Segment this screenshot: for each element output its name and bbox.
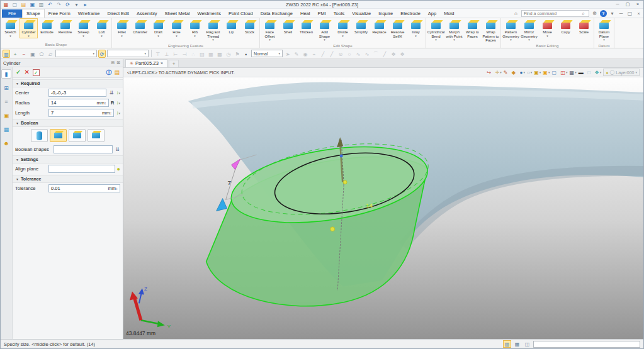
circle-icon[interactable]: ○: [346, 50, 353, 58]
ribbon-fillet[interactable]: Fillet▾: [113, 18, 131, 38]
pick-filter-icon[interactable]: ▥: [3, 50, 10, 58]
align-top-icon[interactable]: ⊤: [154, 50, 162, 58]
brush-icon[interactable]: ✎▾: [504, 70, 510, 75]
side-tab-user[interactable]: ☻: [1, 138, 11, 148]
boolean-shapes-expand-icon[interactable]: ⇊: [115, 147, 120, 152]
pick-mode-icon[interactable]: ✛▾: [495, 70, 501, 75]
side-tab-cylinder[interactable]: ▮: [1, 69, 11, 79]
apply-button[interactable]: ✓: [33, 69, 40, 76]
radius-spinner[interactable]: ↕: [105, 101, 106, 105]
align-left-icon[interactable]: ⊢: [172, 50, 179, 58]
tab-electrode[interactable]: Electrode: [397, 9, 424, 18]
snap-icon[interactable]: ∴: [189, 50, 197, 58]
entity-info-icon[interactable]: ▥: [503, 340, 511, 348]
tab-app[interactable]: App: [424, 9, 440, 18]
ribbon-lip[interactable]: Lip▾: [222, 18, 240, 38]
ribbon-loft[interactable]: Loft▾: [93, 18, 111, 38]
scene-box-icon[interactable]: ▣▾: [543, 70, 550, 75]
boolean-intersect-button[interactable]: [88, 129, 105, 142]
boolean-remove-button[interactable]: [69, 129, 86, 142]
qat-dropdown-icon[interactable]: ▾: [73, 1, 80, 8]
line-icon[interactable]: ╱: [319, 50, 327, 58]
hand2-icon[interactable]: ❖: [398, 50, 406, 58]
ribbon-sweep[interactable]: Sweep▾: [74, 18, 93, 38]
boolean-add-button[interactable]: [50, 129, 67, 142]
output-panel-icon[interactable]: ◫: [523, 340, 531, 348]
selection-combobox[interactable]: ▾: [107, 50, 149, 57]
ribbon-chamfer[interactable]: Chamfer▾: [131, 18, 149, 38]
tab-wireframe[interactable]: Wireframe: [74, 9, 104, 18]
flag-icon[interactable]: ⚑: [234, 50, 241, 58]
save-icon[interactable]: ▣: [29, 1, 36, 8]
doc-tab-close-icon[interactable]: ×: [161, 61, 163, 65]
auto-regen-icon[interactable]: ⟳: [98, 50, 106, 58]
spline2-icon[interactable]: ∿: [363, 50, 371, 58]
panel-close-icon[interactable]: ⊠: [116, 60, 120, 65]
slash-icon[interactable]: ╱: [381, 50, 388, 58]
sheet-icon[interactable]: ▤: [198, 50, 206, 58]
polygon-pick-icon[interactable]: ⬠: [38, 50, 45, 58]
profile-pick-icon[interactable]: ▱: [47, 50, 54, 58]
ok-button[interactable]: ✓: [16, 68, 21, 77]
align-plane-input[interactable]: [48, 165, 115, 173]
ribbon-thicken[interactable]: Thicken▾: [297, 18, 315, 38]
line2-icon[interactable]: ╱: [328, 50, 336, 58]
length-spinner[interactable]: ↕: [110, 111, 111, 115]
ribbon-scale[interactable]: Scale▾: [575, 18, 593, 38]
gear-icon[interactable]: ⚙: [591, 10, 598, 17]
redo-icon[interactable]: ↷: [55, 1, 62, 8]
help-dropdown-icon[interactable]: ▾: [609, 10, 616, 17]
length-input[interactable]: 7mm↕: [48, 109, 114, 117]
command-input[interactable]: [533, 341, 640, 348]
ribbon-shell[interactable]: Shell▾: [279, 18, 297, 38]
ribbon-extrude[interactable]: Extrude▾: [38, 18, 56, 38]
ribbon-hole[interactable]: Hole▾: [167, 18, 186, 38]
ribbon-cylinder[interactable]: Cylinder▾: [20, 18, 38, 38]
ribbon-cylindrical-bend[interactable]: Cylindrical Bend▾: [427, 18, 445, 43]
undo-icon[interactable]: ↶: [47, 1, 54, 8]
ribbon-draft[interactable]: Draft▾: [149, 18, 167, 38]
arc-icon[interactable]: ⌒: [372, 50, 380, 58]
panel-float-icon[interactable]: ⊞: [111, 60, 115, 65]
doc-tab-part005[interactable]: ✳ Part005.Z3 ×: [125, 59, 167, 67]
ribbon-face-offset[interactable]: Face Offset▾: [261, 18, 279, 43]
window-restore-icon[interactable]: ▢: [624, 1, 631, 8]
tab-tools[interactable]: Tools: [330, 9, 349, 18]
help-icon[interactable]: ?: [600, 10, 607, 17]
tab-pmi[interactable]: PMI: [314, 9, 329, 18]
target-icon[interactable]: ◉: [302, 50, 309, 58]
side-tab-assembly[interactable]: ⊞: [1, 83, 11, 92]
tab-shape[interactable]: Shape: [22, 9, 45, 18]
orient-cube-icon[interactable]: ▣▾: [534, 70, 541, 75]
tab-file[interactable]: File: [2, 9, 22, 18]
ribbon-resolve-selfx[interactable]: Resolve SelfX▾: [388, 18, 407, 43]
monitor-status-icon[interactable]: ▦: [513, 340, 521, 348]
radius-mode-toggle[interactable]: R: [111, 100, 114, 106]
align-bottom-icon[interactable]: ⊥: [163, 50, 171, 58]
side-tab-hierarchy[interactable]: ≡: [1, 97, 11, 106]
ribbon-copy[interactable]: Copy▾: [556, 18, 575, 38]
tab-free-form[interactable]: Free Form: [45, 9, 74, 18]
home-icon[interactable]: ⌂: [512, 10, 519, 17]
doc-minimize-icon[interactable]: ─: [618, 10, 624, 17]
boolean-section-header[interactable]: ▼ Boolean: [13, 119, 123, 127]
qat-play-icon[interactable]: ▸: [82, 1, 89, 8]
lightning-icon[interactable]: ⌁: [310, 50, 318, 58]
ribbon-flag-ext-thread[interactable]: Flag Ext Thread▾: [204, 18, 222, 43]
style-combobox[interactable]: Normal▾: [251, 50, 283, 57]
center-input[interactable]: -0,-0,-3: [48, 89, 106, 97]
center-pick-icon[interactable]: ↓▾: [116, 90, 120, 96]
filter-combobox[interactable]: ▾: [55, 50, 97, 57]
color-swatch-icon[interactable]: ▪: [242, 50, 250, 58]
scene-3d[interactable]: 7 14 Y Z: [123, 77, 643, 339]
hand-icon[interactable]: ❖: [390, 50, 397, 58]
align-plane-pick-icon[interactable]: ●: [117, 166, 120, 172]
tolerance-input[interactable]: 0.01mm↕: [48, 184, 120, 192]
doc-icon[interactable]: ▤: [114, 69, 120, 75]
center-expand-icon[interactable]: ⇊: [108, 90, 114, 96]
doc-close-icon[interactable]: ×: [635, 10, 642, 17]
boolean-base-button[interactable]: [31, 129, 48, 142]
tab-assembly[interactable]: Assembly: [133, 9, 161, 18]
tab-point-cloud[interactable]: Point Cloud: [225, 9, 257, 18]
ribbon-datum-plane[interactable]: Datum Plane▾: [595, 18, 613, 43]
